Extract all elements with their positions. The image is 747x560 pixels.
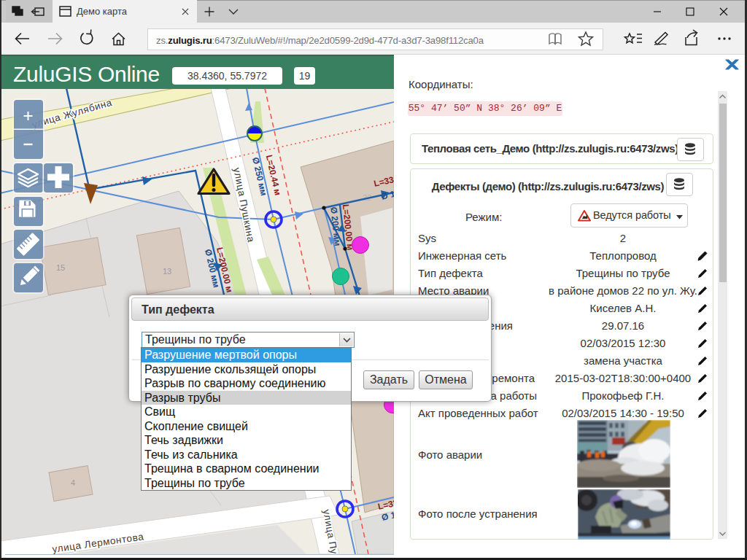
svg-text:4: 4: [71, 478, 75, 487]
svg-text:13: 13: [163, 267, 171, 276]
